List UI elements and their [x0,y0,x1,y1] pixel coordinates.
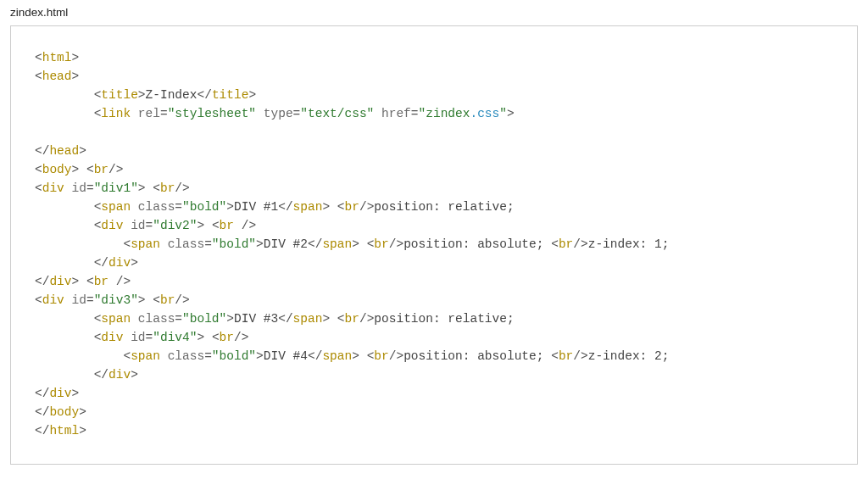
code-block: <html> <head> <title>Z-Index</title> <li… [35,48,833,440]
filename-label: zindex.html [10,2,858,25]
page-root: zindex.html <html> <head> <title>Z-Index… [0,0,868,475]
code-panel: <html> <head> <title>Z-Index</title> <li… [10,25,858,465]
